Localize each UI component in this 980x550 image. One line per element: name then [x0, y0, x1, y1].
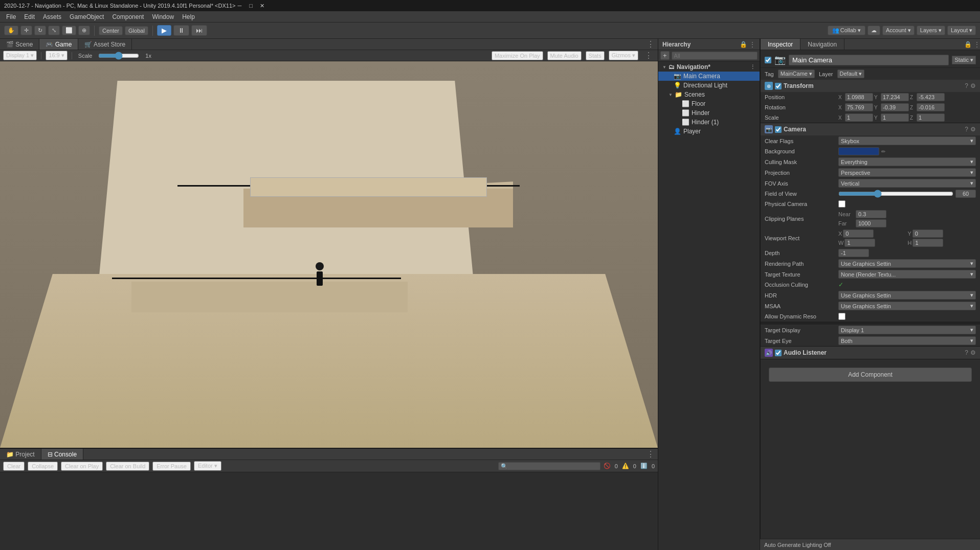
audio-listener-help-icon[interactable]: ?	[965, 349, 968, 356]
menu-gameobject[interactable]: GameObject	[65, 12, 108, 21]
tab-inspector[interactable]: Inspector	[761, 39, 800, 50]
fov-axis-dropdown[interactable]: Vertical ▾	[838, 179, 976, 188]
maximize-button[interactable]: □	[247, 2, 255, 10]
scale-x-input[interactable]	[845, 113, 873, 122]
vr-h-input[interactable]	[912, 239, 943, 247]
audio-listener-header[interactable]: 🔊 Audio Listener ? ⚙	[761, 347, 980, 359]
pos-y-input[interactable]	[881, 93, 909, 101]
rot-y-input[interactable]	[881, 103, 909, 111]
inspector-lock-icon[interactable]: 🔒	[964, 41, 972, 48]
hdr-dropdown[interactable]: Use Graphics Settin ▾	[838, 291, 976, 300]
pause-button[interactable]: ⏸	[173, 25, 189, 36]
minimize-button[interactable]: ─	[236, 2, 244, 10]
hierarchy-add-button[interactable]: +	[660, 51, 670, 60]
console-menu-icon[interactable]: ⋮	[643, 449, 658, 459]
clear-on-build-button[interactable]: Clear on Build	[106, 462, 149, 471]
collapse-button[interactable]: Collapse	[28, 462, 58, 471]
scale-slider[interactable]	[98, 52, 139, 60]
layer-dropdown[interactable]: Default ▾	[837, 70, 865, 78]
hier-item-directional-light[interactable]: ▷ 💡 Directional Light	[658, 81, 760, 90]
step-button[interactable]: ⏭	[191, 25, 207, 36]
ratio-button[interactable]: 16:9 ▾	[46, 51, 67, 60]
hierarchy-lock-icon[interactable]: 🔒	[740, 41, 747, 48]
gizmos-button[interactable]: Gizmos ▾	[609, 51, 638, 60]
tab-navigation[interactable]: Navigation	[800, 39, 844, 50]
physical-camera-checkbox[interactable]	[838, 200, 845, 208]
camera-enabled-checkbox[interactable]	[775, 126, 782, 133]
audio-listener-settings-icon[interactable]: ⚙	[970, 349, 976, 356]
tab-project[interactable]: 📁 Project	[0, 449, 41, 460]
pivot-button[interactable]: Center	[99, 26, 123, 35]
transform-help-icon[interactable]: ?	[965, 82, 968, 89]
culling-mask-dropdown[interactable]: Everything ▾	[838, 157, 976, 166]
transform-settings-icon[interactable]: ⚙	[970, 82, 976, 89]
hier-item-hinder[interactable]: ▷ ⬜ Hinder	[658, 108, 760, 118]
tab-game[interactable]: 🎮 Game	[39, 39, 78, 50]
dynamic-reso-checkbox[interactable]	[838, 313, 845, 320]
fov-value-input[interactable]	[955, 190, 976, 198]
tool-hand[interactable]: ✋	[4, 26, 18, 35]
account-button[interactable]: Account ▾	[882, 26, 915, 35]
background-color-picker[interactable]	[838, 147, 879, 155]
close-button[interactable]: ✕	[258, 2, 266, 10]
fov-slider[interactable]	[838, 190, 953, 198]
vr-x-input[interactable]	[843, 230, 874, 238]
hier-item-navigation[interactable]: ▼ 🗂 Navigation* ⋮	[658, 62, 760, 72]
object-name-input[interactable]	[789, 55, 949, 65]
tab-console[interactable]: ⊟ Console	[41, 449, 83, 460]
display-button[interactable]: Display 1 ▾	[3, 51, 37, 60]
transform-enabled-checkbox[interactable]	[775, 83, 782, 89]
static-button[interactable]: Static ▾	[952, 56, 976, 64]
hier-item-scenes[interactable]: ▼ 📁 Scenes	[658, 90, 760, 99]
tool-scale[interactable]: ⤡	[48, 26, 60, 35]
hier-item-hinder1[interactable]: ▷ ⬜ Hinder (1)	[658, 118, 760, 127]
clear-button[interactable]: Clear	[3, 462, 25, 471]
hier-item-floor[interactable]: ▷ ⬜ Floor	[658, 99, 760, 108]
target-eye-dropdown[interactable]: Both ▾	[838, 336, 976, 345]
msaa-dropdown[interactable]: Use Graphics Settin ▾	[838, 302, 976, 310]
game-ctrl-menu-icon[interactable]: ⋮	[642, 51, 655, 60]
clip-near-input[interactable]	[856, 210, 886, 218]
pos-x-input[interactable]	[845, 93, 873, 101]
scale-y-input[interactable]	[881, 113, 909, 122]
rot-z-input[interactable]	[917, 103, 945, 111]
pos-z-input[interactable]	[917, 93, 945, 101]
play-button[interactable]: ▶	[157, 25, 171, 36]
space-button[interactable]: Global	[125, 26, 148, 35]
console-search-input[interactable]	[498, 462, 600, 470]
rendering-path-dropdown[interactable]: Use Graphics Settin ▾	[838, 259, 976, 268]
menu-edit[interactable]: Edit	[20, 12, 39, 21]
layers-button[interactable]: Layers ▾	[917, 26, 945, 35]
clip-far-input[interactable]	[856, 219, 886, 227]
hier-item-main-camera[interactable]: ▷ 📷 Main Camera	[658, 72, 760, 81]
tool-transform[interactable]: ⊕	[78, 26, 90, 35]
menu-window[interactable]: Window	[148, 12, 178, 21]
maximize-play-button[interactable]: Maximize On Play	[492, 51, 543, 60]
menu-component[interactable]: Component	[108, 12, 148, 21]
clear-flags-dropdown[interactable]: Skybox ▾	[838, 136, 976, 145]
background-edit-icon[interactable]: ✏	[881, 149, 885, 154]
inspector-menu-icon[interactable]: ⋮	[974, 41, 980, 48]
target-texture-dropdown[interactable]: None (Render Textu... ▾	[838, 270, 976, 279]
target-display-dropdown[interactable]: Display 1 ▾	[838, 326, 976, 334]
tool-rect[interactable]: ⬜	[62, 26, 76, 35]
menu-assets[interactable]: Assets	[39, 12, 65, 21]
hier-nav-menu[interactable]: ⋮	[750, 64, 755, 71]
audio-listener-checkbox[interactable]	[775, 350, 782, 356]
tab-asset-store[interactable]: 🛒 Asset Store	[78, 39, 132, 50]
depth-input[interactable]	[838, 249, 869, 257]
scale-z-input[interactable]	[917, 113, 945, 122]
vr-y-input[interactable]	[912, 230, 943, 238]
tool-rotate[interactable]: ↻	[34, 26, 46, 35]
camera-header[interactable]: 📷 Camera ? ⚙	[761, 123, 980, 135]
transform-header[interactable]: ⊕ Transform ? ⚙	[761, 80, 980, 92]
hier-item-player[interactable]: ▷ 👤 Player	[658, 127, 760, 136]
menu-file[interactable]: File	[2, 12, 20, 21]
projection-dropdown[interactable]: Perspective ▾	[838, 168, 976, 177]
camera-help-icon[interactable]: ?	[965, 126, 968, 133]
rot-x-input[interactable]	[845, 103, 873, 111]
menu-help[interactable]: Help	[178, 12, 199, 21]
hierarchy-search-input[interactable]	[672, 52, 758, 60]
editor-dropdown-button[interactable]: Editor ▾	[194, 461, 221, 471]
mute-audio-button[interactable]: Mute Audio	[547, 51, 582, 60]
